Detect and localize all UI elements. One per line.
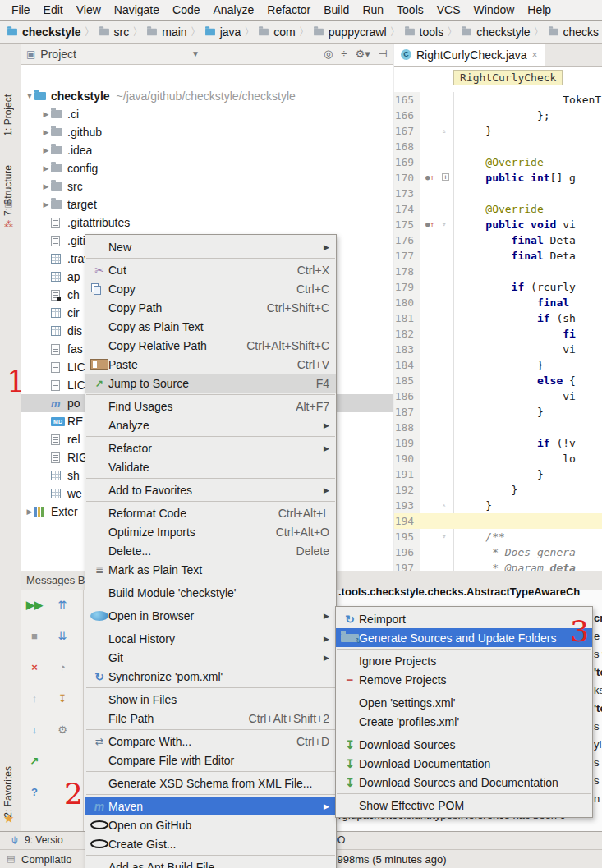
tree-item-target-6[interactable]: ▶target — [21, 195, 393, 214]
context-menu-item-new[interactable]: New▶ — [85, 237, 336, 256]
rerun-icon[interactable]: ▶▶ — [26, 599, 43, 611]
menubar-item-file[interactable]: File — [5, 2, 37, 18]
context-menu-item-create-gist[interactable]: Create Gist... — [85, 834, 336, 853]
maven-submenu-item-generate-sources-and-update-folders[interactable]: Generate Sources and Update Folders — [336, 628, 592, 647]
context-menu-item-mark-as-plain-text[interactable]: Mark as Plain Text — [85, 560, 336, 579]
gear-icon[interactable]: ⚙▾ — [355, 48, 370, 60]
context-menu-item-copy-path[interactable]: Copy PathCtrl+Shift+C — [85, 298, 336, 317]
breadcrumb-item-src-1[interactable]: src — [99, 25, 130, 39]
context-menu-item-find-usages[interactable]: Find UsagesAlt+F7 — [85, 397, 336, 416]
maven-submenu-item-download-sources-and-documentation[interactable]: Download Sources and Documentation — [336, 773, 592, 792]
next-icon[interactable]: ↓ — [26, 723, 43, 736]
context-menu-item-jump-to-source[interactable]: Jump to SourceF4 — [85, 374, 336, 393]
toolwindow-button-project[interactable]: 1: Project — [2, 94, 14, 136]
breadcrumb-item-checks-8[interactable]: checks — [548, 25, 600, 39]
close-icon[interactable]: × — [26, 661, 43, 673]
tree-expand-arrow-icon[interactable]: ▼ — [25, 92, 34, 100]
breadcrumb-item-tools-6[interactable]: tools — [404, 25, 444, 39]
maven-submenu-item-show-effective-pom[interactable]: Show Effective POM — [336, 796, 592, 815]
menubar-item-analyze[interactable]: Analyze — [207, 2, 261, 18]
fold-marker-icon[interactable]: ▿ — [442, 217, 446, 232]
context-menu-item-show-in-files[interactable]: Show in Files — [85, 690, 336, 709]
menubar-item-help[interactable]: Help — [521, 2, 558, 18]
pause-output-icon[interactable]: ◔ — [54, 661, 71, 673]
context-menu-item-validate[interactable]: Validate — [85, 457, 336, 476]
tab-rightcurlycheck[interactable]: C RightCurlyCheck.java × — [394, 44, 545, 66]
context-menu-item-delete[interactable]: Delete...Delete — [85, 541, 336, 560]
breadcrumb-item-java-3[interactable]: java — [204, 25, 241, 39]
export-icon[interactable]: ↗ — [26, 755, 43, 767]
context-menu-item-analyze[interactable]: Analyze▶ — [85, 416, 336, 434]
menubar-item-build[interactable]: Build — [317, 2, 356, 18]
context-menu-item-copy[interactable]: CopyCtrl+C — [85, 279, 336, 298]
breadcrumb-item-puppycrawl-5[interactable]: puppycrawl — [313, 25, 387, 39]
maven-submenu-item-ignore-projects[interactable]: Ignore Projects — [336, 651, 592, 670]
context-menu-item-reformat-code[interactable]: Reformat CodeCtrl+Alt+L — [85, 503, 336, 522]
context-menu-item-compare-with[interactable]: Compare With...Ctrl+D — [85, 732, 336, 751]
context-menu-item-copy-relative-path[interactable]: Copy Relative PathCtrl+Alt+Shift+C — [85, 336, 336, 355]
breadcrumb-item-main-2[interactable]: main — [146, 25, 186, 39]
context-menu-item-compare-file-with-editor[interactable]: Compare File with Editor — [85, 751, 336, 769]
code-area[interactable]: 165 TokenT166 };167 ▵ }168 169 @Override… — [394, 92, 602, 571]
tree-item-ci-1[interactable]: ▶.ci — [21, 105, 393, 123]
tree-expand-arrow-icon[interactable]: ▶ — [41, 182, 51, 191]
context-menu-item-add-to-favorites[interactable]: Add to Favorites▶ — [85, 480, 336, 499]
menubar-item-vcs[interactable]: VCS — [430, 2, 467, 18]
context-menu-item-synchronize-pom-xml[interactable]: Synchronize 'pom.xml' — [85, 667, 336, 686]
tree-expand-arrow-icon[interactable]: ▶ — [41, 200, 51, 209]
previous-icon[interactable]: ↑ — [26, 692, 43, 705]
maven-submenu-item-open-settings-xml[interactable]: Open 'settings.xml' — [336, 693, 592, 712]
tree-expand-arrow-icon[interactable]: ▶ — [41, 110, 51, 118]
context-menu-item-add-as-ant-build-file[interactable]: Add as Ant Build File — [85, 857, 336, 868]
menubar-item-refactor[interactable]: Refactor — [260, 2, 317, 18]
expand-all-icon[interactable]: ⇈ — [54, 599, 71, 611]
tree-expand-arrow-icon[interactable]: ▶ — [25, 507, 34, 516]
context-menu-item-open-in-browser[interactable]: Open in Browser▶ — [85, 606, 336, 625]
toolwindow-button-version-control[interactable]: 9: Versio — [25, 834, 63, 846]
breadcrumb-item-com-4[interactable]: com — [258, 25, 295, 39]
tree-item-src-5[interactable]: ▶src — [21, 177, 393, 195]
menubar-item-window[interactable]: Window — [467, 2, 522, 18]
context-menu-item-copy-as-plain-text[interactable]: Copy as Plain Text — [85, 317, 336, 336]
context-menu-item-refactor[interactable]: Refactor▶ — [85, 439, 336, 457]
toolwindow-button-structure[interactable]: 7: Structure — [2, 165, 14, 216]
context-menu-item-local-history[interactable]: Local History▶ — [85, 629, 336, 648]
collapse-all-icon[interactable]: ⇊ — [54, 630, 71, 642]
tab-close-icon[interactable]: × — [532, 49, 538, 61]
tree-expand-arrow-icon[interactable]: ▶ — [41, 128, 51, 136]
context-menu-item-paste[interactable]: PasteCtrl+V — [85, 355, 336, 374]
settings-icon[interactable]: ⚙ — [54, 723, 71, 736]
tree-item-github-2[interactable]: ▶.github — [21, 123, 393, 141]
menubar-item-view[interactable]: View — [70, 2, 108, 18]
help-icon[interactable]: ? — [26, 786, 43, 798]
locate-file-icon[interactable]: ◎ — [324, 48, 333, 60]
fold-marker-icon[interactable]: ▵ — [442, 123, 446, 139]
hide-panel-icon[interactable]: ⊣ — [379, 48, 388, 60]
maven-submenu-item-download-sources[interactable]: Download Sources — [336, 735, 592, 754]
menubar-item-edit[interactable]: Edit — [37, 2, 70, 18]
maven-submenu-item-create-profiles-xml[interactable]: Create 'profiles.xml' — [336, 712, 592, 731]
maven-submenu-item-download-documentation[interactable]: Download Documentation — [336, 754, 592, 773]
tree-expand-arrow-icon[interactable]: ▶ — [41, 164, 51, 172]
breadcrumb-item-checkstyle-0[interactable]: checkstyle — [7, 25, 81, 39]
context-menu-item-cut[interactable]: CutCtrl+X — [85, 260, 336, 279]
maven-submenu-item-reimport[interactable]: Reimport — [336, 609, 592, 628]
tree-item-checkstyle-0[interactable]: ▼checkstyle~/java/github/checkstyle/chec… — [21, 87, 393, 105]
fold-marker-icon[interactable]: ▵ — [442, 498, 446, 513]
context-menu-item-maven[interactable]: Maven▶ — [85, 797, 336, 815]
context-menu-item-open-on-github[interactable]: Open on GitHub — [85, 815, 336, 834]
override-marker-icon[interactable]: ●↑ — [425, 217, 434, 232]
menubar-item-run[interactable]: Run — [356, 2, 390, 18]
menubar-item-code[interactable]: Code — [166, 2, 206, 18]
favorites-star-icon[interactable]: ★ — [3, 811, 14, 826]
context-menu-item-optimize-imports[interactable]: Optimize ImportsCtrl+Alt+O — [85, 522, 336, 541]
import-icon[interactable]: ↧ — [54, 692, 71, 705]
tree-item-gitattributes-7[interactable]: .gitattributes — [21, 214, 393, 232]
context-menu-item-build-module-checkstyle[interactable]: Build Module 'checkstyle' — [85, 583, 336, 602]
menubar-item-navigate[interactable]: Navigate — [108, 2, 166, 18]
fold-marker-icon[interactable]: ▿ — [442, 529, 446, 544]
context-menu-item-generate-xsd-schema-from-xml-file[interactable]: Generate XSD Schema from XML File... — [85, 774, 336, 792]
tree-item-config-4[interactable]: ▶config — [21, 159, 393, 177]
toolwindow-button-favorites[interactable]: 2: Favorites — [2, 766, 14, 818]
context-menu-item-git[interactable]: Git▶ — [85, 648, 336, 667]
